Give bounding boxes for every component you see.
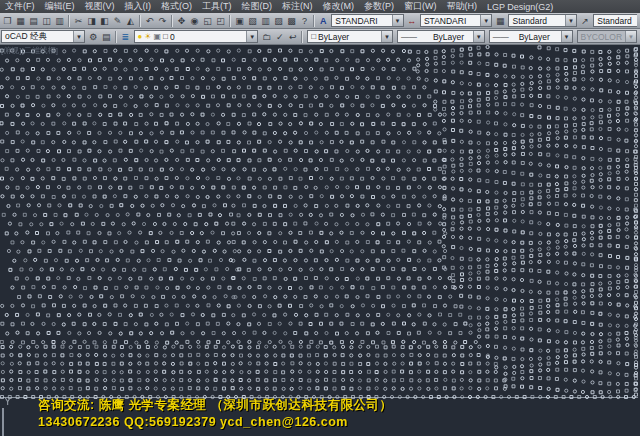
- menu-item[interactable]: 工具(T): [197, 0, 237, 13]
- toolbar-separator: [139, 15, 141, 27]
- menu-item[interactable]: 文件(F): [0, 0, 40, 13]
- toolbar-separator: [313, 15, 315, 27]
- open-icon[interactable]: ❐: [1, 14, 14, 27]
- chevron-down-icon[interactable]: ▼: [246, 31, 257, 42]
- text-style-value: STANDARI: [335, 16, 377, 26]
- standard-toolbar: ❐▦▤◫▥✂◨◧✎◭↶↷✥◉◱◰▣▧▥▨▩? A STANDARI ▼ ↔ ST…: [0, 13, 640, 29]
- dim-style-combo[interactable]: STANDARI ▼: [420, 14, 492, 27]
- menu-item[interactable]: 编辑(E): [40, 0, 80, 13]
- help-icon[interactable]: ?: [298, 14, 311, 27]
- zoom-previous-icon[interactable]: ◰: [214, 14, 227, 27]
- lineweight-value: ByLayer: [519, 32, 550, 42]
- table-style-combo[interactable]: Standard ▼: [508, 14, 576, 27]
- toolbar-separator: [229, 15, 231, 27]
- table-style-value: Standard: [512, 16, 547, 26]
- current-layer-name: 0: [170, 32, 175, 42]
- workspace-value: oCAD 经典: [5, 31, 47, 43]
- menu-item[interactable]: 帮助(H): [442, 0, 483, 13]
- ucs-y-label: Y: [4, 395, 11, 407]
- match-properties-icon[interactable]: ✎: [111, 14, 124, 27]
- designcenter-icon[interactable]: ▧: [246, 14, 259, 27]
- contact-line1: 咨询交流: 陈鹰 光学专案经理 （深圳市跃创达科技有限公司）: [38, 397, 393, 414]
- copy-icon[interactable]: ◨: [85, 14, 98, 27]
- cut-icon[interactable]: ✂: [72, 14, 85, 27]
- menu-item[interactable]: 插入(I): [120, 0, 157, 13]
- plot-icon[interactable]: ▤: [27, 14, 40, 27]
- plot-style-value: BYCOLOR: [581, 32, 623, 42]
- menu-item[interactable]: 视图(V): [80, 0, 120, 13]
- viewport-controls[interactable]: [俯视][二维线框]: [1, 45, 58, 56]
- drawing-area[interactable]: [俯视][二维线框] Y 咨询交流: 陈鹰 光学专案经理 （深圳市跃创达科技有限…: [0, 45, 640, 436]
- layer-color-swatch: □: [163, 32, 168, 41]
- layer-states-icon[interactable]: 🗀: [260, 30, 273, 43]
- plot-preview-icon[interactable]: ◫: [40, 14, 53, 27]
- pan-icon[interactable]: ✥: [175, 14, 188, 27]
- menu-item[interactable]: 参数(P): [359, 0, 399, 13]
- bulb-icon[interactable]: ●: [138, 32, 143, 41]
- workspace-settings-icon[interactable]: ⚙: [87, 30, 100, 43]
- chevron-down-icon[interactable]: ▼: [381, 31, 392, 42]
- color-combo[interactable]: □ ByLayer ▼: [307, 30, 393, 43]
- markup-set-manager-icon[interactable]: ▩: [285, 14, 298, 27]
- mleader-style-icon[interactable]: ↗: [579, 14, 591, 27]
- layer-combo[interactable]: ● ☀ ▣ □ 0 ▼: [134, 30, 259, 43]
- color-swatch-icon: □: [311, 32, 316, 41]
- lineweight-combo[interactable]: —— ByLayer ▼: [489, 30, 573, 43]
- table-style-icon[interactable]: ▦: [494, 14, 506, 27]
- chevron-down-icon[interactable]: ▼: [73, 31, 84, 42]
- toolbar-separator: [68, 15, 70, 27]
- menu-item[interactable]: 标注(N): [277, 0, 318, 13]
- text-style-combo[interactable]: STANDARI ▼: [331, 14, 403, 27]
- toolbar-separator: [115, 31, 117, 43]
- lineweight-sample-icon: ——: [493, 32, 509, 41]
- menu-item[interactable]: 格式(O): [156, 0, 197, 13]
- workspace-save-icon[interactable]: ▤: [100, 30, 113, 43]
- contact-line2: 13430672236 QQ:569192379 ycd_chen@126.co…: [38, 415, 348, 429]
- make-layer-current-icon[interactable]: ✓: [273, 30, 286, 43]
- block-editor-icon[interactable]: ◭: [124, 14, 137, 27]
- text-style-icon[interactable]: A: [317, 14, 329, 27]
- layer-properties-icon[interactable]: ≣: [119, 30, 132, 43]
- zoom-window-icon[interactable]: ◱: [201, 14, 214, 27]
- paste-icon[interactable]: ◧: [98, 14, 111, 27]
- lock-icon[interactable]: ▣: [154, 32, 162, 41]
- chevron-down-icon[interactable]: ▼: [565, 15, 576, 26]
- menu-item[interactable]: 窗口(W): [399, 0, 442, 13]
- linetype-sample-icon: ——: [401, 32, 417, 41]
- mleader-style-combo[interactable]: Standard: [593, 14, 637, 27]
- tool-palettes-icon[interactable]: ▥: [259, 14, 272, 27]
- chevron-down-icon[interactable]: ▼: [561, 31, 572, 42]
- chevron-down-icon[interactable]: ▼: [480, 15, 491, 26]
- sheet-set-manager-icon[interactable]: ▨: [272, 14, 285, 27]
- sun-icon[interactable]: ☀: [144, 32, 151, 41]
- plot-style-combo: BYCOLOR ▼: [577, 30, 637, 43]
- color-value: ByLayer: [318, 32, 349, 42]
- zoom-realtime-icon[interactable]: ◉: [188, 14, 201, 27]
- linetype-value: ByLayer: [433, 32, 464, 42]
- properties-toolbar: oCAD 经典 ▼ ⚙▤ ≣ ● ☀ ▣ □ 0 ▼ 🗀✓↩ □ ByLayer…: [0, 29, 640, 45]
- toolbar-separator: [171, 15, 173, 27]
- workspace-combo[interactable]: oCAD 经典 ▼: [1, 30, 85, 43]
- dim-style-icon[interactable]: ↔: [406, 14, 418, 27]
- linetype-combo[interactable]: —— ByLayer ▼: [397, 30, 485, 43]
- ucs-y-axis: [2, 408, 4, 436]
- publish-icon[interactable]: ▥: [53, 14, 66, 27]
- menu-item[interactable]: LGP Design(G2): [482, 0, 558, 13]
- properties-icon[interactable]: ▣: [233, 14, 246, 27]
- menu-item[interactable]: 修改(M): [318, 0, 360, 13]
- mleader-style-value: Standard: [597, 16, 632, 26]
- menu-bar: 文件(F)编辑(E)视图(V)插入(I)格式(O)工具(T)绘图(D)标注(N)…: [0, 0, 640, 13]
- undo-icon[interactable]: ↶: [143, 14, 156, 27]
- lgp-dot-pattern-canvas[interactable]: [0, 45, 640, 436]
- chevron-down-icon: ▼: [625, 31, 636, 42]
- redo-icon[interactable]: ↷: [156, 14, 169, 27]
- layer-previous-icon[interactable]: ↩: [286, 30, 299, 43]
- toolbar-separator: [301, 31, 303, 43]
- chevron-down-icon[interactable]: ▼: [392, 15, 403, 26]
- save-icon[interactable]: ▦: [14, 14, 27, 27]
- menu-item[interactable]: 绘图(D): [237, 0, 278, 13]
- chevron-down-icon[interactable]: ▼: [473, 31, 484, 42]
- dim-style-value: STANDARI: [424, 16, 466, 26]
